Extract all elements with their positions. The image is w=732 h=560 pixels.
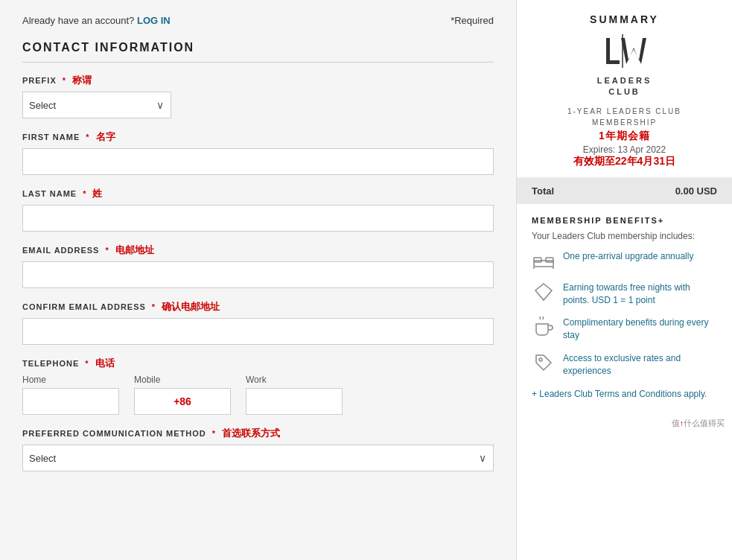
preferred-comm-chinese: 首选联系方式 [222,427,280,440]
svg-rect-5 [534,258,541,262]
preferred-comm-label: PREFERRED COMMUNICATION METHOD * 首选联系方式 [22,427,494,440]
prefix-label-text: PREFIX [22,76,57,85]
svg-rect-4 [534,261,553,267]
membership-chinese: 1年期会籍 [532,130,717,143]
leaders-club-logo: LEADERS CLUB [532,34,717,98]
home-tel-label: Home [22,375,119,385]
last-name-group: LAST NAME * 姓 [22,187,494,232]
telephone-label-text: TELEPHONE [22,359,79,368]
first-name-label: FIRST NAME * 名字 [22,130,494,144]
logo-text: LEADERS CLUB [597,75,652,98]
mobile-tel-label: Mobile [134,375,231,385]
svg-marker-2 [621,38,646,64]
svg-rect-1 [606,60,620,64]
prefix-group: PREFIX * 称谓 Select Mr Mrs Ms Dr ∨ [22,74,494,118]
preferred-comm-select-wrapper: Select Email Phone SMS ∨ [22,445,494,471]
first-name-required-star: * [86,133,89,141]
telephone-required-star: * [85,359,89,368]
last-name-input[interactable] [22,205,494,232]
total-label: Total [532,185,554,197]
mobile-tel-input[interactable]: +86 [134,388,231,415]
confirm-email-input[interactable] [22,318,494,345]
prefix-label: PREFIX * 称谓 [22,74,494,87]
confirm-email-required-star: * [152,302,156,311]
contact-section-title: CONTACT INFORMATION [22,41,494,63]
page-wrapper: Already have an account? LOG IN *Require… [0,0,732,560]
benefit-item-complimentary: Complimentary benefits during every stay [532,316,717,342]
first-name-input[interactable] [22,148,494,175]
prefix-select[interactable]: Select Mr Mrs Ms Dr [22,92,171,118]
membership-name: 1-YEAR LEADERS CLUB MEMBERSHIP [532,106,717,128]
svg-marker-9 [535,284,552,300]
svg-rect-0 [606,38,610,64]
confirm-email-label: CONFIRM EMAIL ADDRESS * 确认电邮地址 [22,300,494,314]
first-name-label-text: FIRST NAME [22,133,80,141]
last-name-chinese: 姓 [92,187,102,200]
telephone-chinese: 电话 [95,357,115,370]
email-required-star: * [105,246,109,255]
bed-icon [532,250,556,271]
email-label: EMAIL ADDRESS * 电邮地址 [22,244,494,257]
benefits-title: MEMBERSHIP BENEFITS+ [532,216,717,225]
tag-icon [532,352,556,373]
work-tel-label: Work [246,375,343,385]
main-content: Already have an account? LOG IN *Require… [0,0,516,560]
benefit-item-upgrade: One pre-arrival upgrade annually [532,250,717,271]
work-tel-group: Work [246,375,343,415]
lw-logo-svg [602,34,647,75]
prefix-required-star: * [63,76,66,85]
home-tel-input[interactable] [22,388,119,415]
last-name-required-star: * [83,189,86,198]
benefits-section: MEMBERSHIP BENEFITS+ Your Leaders Club m… [517,204,732,411]
svg-rect-6 [546,258,553,262]
telephone-group: TELEPHONE * 电话 Home Mobile +86 Work [22,357,494,415]
work-tel-input[interactable] [246,388,343,415]
already-account-label: Already have an account? [22,15,134,26]
benefit-upgrade-text: One pre-arrival upgrade annually [563,250,717,263]
preferred-comm-required-star: * [212,429,216,438]
home-tel-group: Home [22,375,119,415]
email-group: EMAIL ADDRESS * 电邮地址 [22,244,494,288]
prefix-select-wrapper: Select Mr Mrs Ms Dr ∨ [22,92,171,118]
first-name-group: FIRST NAME * 名字 [22,130,494,175]
preferred-comm-select[interactable]: Select Email Phone SMS [22,445,494,471]
top-bar: Already have an account? LOG IN *Require… [22,15,494,26]
benefit-rates-text: Access to exclusive rates and experience… [563,352,717,378]
svg-point-10 [539,358,542,361]
expiry-date: Expires: 13 Apr 2022 [532,144,717,155]
already-account-text: Already have an account? LOG IN [22,15,171,26]
last-name-label: LAST NAME * 姓 [22,187,494,200]
benefit-earning-text: Earning towards free nights with points.… [563,281,717,307]
telephone-row: Home Mobile +86 Work [22,375,494,415]
preferred-comm-group: PREFERRED COMMUNICATION METHOD * 首选联系方式 … [22,427,494,471]
expiry-chinese: 有效期至22年4月31日 [532,155,717,168]
benefits-intro: Your Leaders Club membership includes: [532,231,717,241]
telephone-label: TELEPHONE * 电话 [22,357,494,370]
last-name-label-text: LAST NAME [22,189,77,198]
confirm-email-chinese: 确认电邮地址 [162,300,220,314]
preferred-comm-label-text: PREFERRED COMMUNICATION METHOD [22,429,206,438]
confirm-email-label-text: CONFIRM EMAIL ADDRESS [22,302,146,311]
mobile-tel-group: Mobile +86 [134,375,231,415]
summary-title: SUMMARY [532,13,717,25]
watermark: 值↑什么值得买 [517,411,732,435]
diamond-icon [532,281,556,302]
confirm-email-group: CONFIRM EMAIL ADDRESS * 确认电邮地址 [22,300,494,345]
required-note: *Required [451,15,494,26]
sidebar: SUMMARY LEADERS CLUB 1-YEAR L [516,0,732,560]
benefit-item-earning: Earning towards free nights with points.… [532,281,717,307]
email-chinese: 电邮地址 [115,244,154,257]
terms-link-container: + Leaders Club Terms and Conditions appl… [532,388,717,399]
email-label-text: EMAIL ADDRESS [22,246,99,255]
terms-link[interactable]: + Leaders Club Terms and Conditions appl… [532,389,707,399]
benefit-complimentary-text: Complimentary benefits during every stay [563,316,717,342]
email-input[interactable] [22,261,494,288]
first-name-chinese: 名字 [96,130,115,144]
total-bar: Total 0.00 USD [517,178,732,204]
benefit-item-rates: Access to exclusive rates and experience… [532,352,717,378]
coffee-icon [532,316,556,337]
watermark-text: 值↑什么值得买 [672,419,725,427]
summary-header: SUMMARY LEADERS CLUB 1-YEAR L [517,0,732,178]
total-value: 0.00 USD [675,185,717,197]
login-link[interactable]: LOG IN [137,15,171,26]
